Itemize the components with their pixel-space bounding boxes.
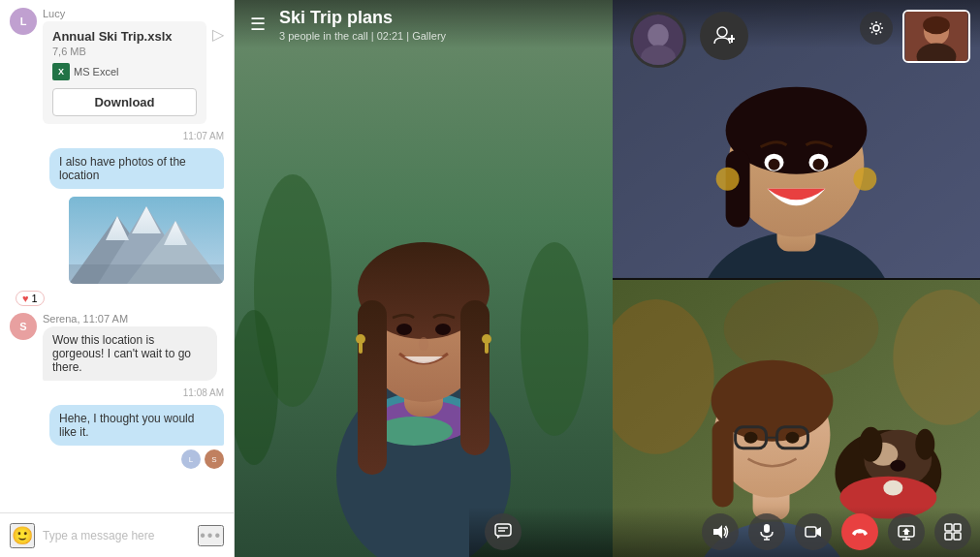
forward-icon[interactable]: ▷ — [212, 25, 224, 44]
svg-point-21 — [396, 324, 412, 335]
message-input-placeholder[interactable]: Type a message here — [43, 529, 190, 542]
svg-rect-49 — [712, 419, 734, 507]
heart-icon: ♥ — [22, 293, 29, 304]
svg-point-53 — [744, 431, 758, 443]
add-person-button[interactable] — [700, 12, 748, 60]
read-avatar-2: S — [205, 449, 224, 469]
mountain-image — [69, 197, 224, 284]
photos-bubble-row: I also have photos of the location — [10, 148, 224, 189]
svg-point-73 — [873, 25, 879, 31]
svg-point-37 — [769, 159, 780, 170]
mountain-svg — [69, 197, 224, 284]
svg-rect-91 — [954, 533, 961, 540]
layout-button[interactable] — [934, 513, 971, 550]
svg-marker-83 — [816, 527, 821, 537]
layout-icon — [944, 523, 962, 541]
hehe-row: Hehe, I thought you would like it. L S — [10, 405, 224, 469]
photos-bubble: I also have photos of the location — [49, 148, 224, 189]
svg-point-60 — [890, 459, 905, 471]
svg-point-44 — [724, 280, 879, 377]
hehe-bubble: Hehe, I thought you would like it. — [49, 405, 224, 446]
pip-svg — [904, 12, 968, 61]
control-left — [485, 513, 522, 550]
timestamp-1107: 11:07 AM — [10, 131, 224, 141]
file-type-label: MS Excel — [74, 66, 118, 77]
svg-rect-20 — [460, 300, 490, 455]
volume-icon — [711, 523, 729, 541]
svg-point-40 — [853, 168, 876, 191]
svg-rect-7 — [69, 264, 224, 284]
svg-point-58 — [859, 426, 882, 461]
svg-point-38 — [812, 159, 824, 170]
file-title: Annual Ski Trip.xslx — [52, 29, 197, 44]
file-type-row: X MS Excel — [52, 63, 197, 80]
serena-message-content: Serena, 11:07 AM Wow this location is go… — [43, 313, 217, 381]
svg-point-66 — [717, 27, 727, 37]
user-pip-svg — [633, 15, 683, 65]
read-avatar-1: L — [181, 449, 201, 469]
serena-message-row: S Serena, 11:07 AM Wow this location is … — [10, 313, 224, 381]
serena-sender-name: Serena, 11:07 AM — [43, 313, 217, 325]
serena-bubble: Wow this location is gorgeous! I can't w… — [43, 326, 217, 381]
svg-point-54 — [786, 431, 800, 443]
svg-rect-88 — [945, 524, 952, 531]
excel-icon: X — [52, 63, 70, 80]
svg-rect-82 — [806, 527, 816, 537]
svg-rect-79 — [764, 524, 770, 533]
svg-rect-27 — [485, 342, 489, 354]
main-person-svg — [235, 0, 613, 557]
read-avatars: L S — [181, 449, 224, 469]
svg-rect-90 — [945, 533, 952, 540]
svg-point-71 — [923, 16, 950, 35]
settings-button[interactable] — [860, 12, 893, 45]
svg-point-23 — [419, 337, 428, 351]
lucy-sender-name: Lucy — [43, 8, 224, 19]
svg-rect-19 — [358, 300, 387, 475]
file-size: 7,6 MB — [52, 46, 197, 57]
svg-rect-89 — [954, 524, 961, 531]
serena-avatar: S — [10, 313, 37, 340]
lucy-message-row: L Lucy Annual Ski Trip.xslx 7,6 MB X MS … — [10, 8, 224, 124]
chat-button[interactable] — [485, 513, 522, 550]
mic-button[interactable] — [748, 513, 785, 550]
screen-share-button[interactable] — [888, 513, 925, 550]
download-button[interactable]: Download — [52, 88, 197, 116]
screen-share-icon — [898, 523, 915, 541]
chat-input-bar: 🙂 Type a message here ••• — [0, 512, 234, 557]
user-pip-video[interactable] — [630, 12, 686, 68]
reaction-count: 1 — [32, 293, 38, 304]
camera-button[interactable] — [795, 513, 832, 550]
heart-reaction[interactable]: ♥ 1 — [16, 291, 45, 306]
call-title: Ski Trip plans — [279, 8, 446, 28]
svg-point-22 — [435, 324, 451, 335]
svg-rect-74 — [495, 524, 511, 536]
file-attachment-card: Annual Ski Trip.xslx 7,6 MB X MS Excel D… — [43, 21, 206, 124]
end-call-icon — [850, 522, 869, 542]
timestamp-1108: 11:08 AM — [10, 387, 224, 398]
video-panel: ☰ Ski Trip plans 3 people in the call | … — [235, 0, 980, 557]
svg-point-39 — [716, 168, 740, 191]
mic-icon — [758, 523, 775, 541]
chat-messages: L Lucy Annual Ski Trip.xslx 7,6 MB X MS … — [0, 0, 234, 512]
svg-point-64 — [648, 24, 669, 46]
svg-marker-87 — [902, 528, 910, 535]
add-person-icon — [713, 25, 735, 46]
hamburger-icon[interactable]: ☰ — [250, 14, 266, 35]
more-options-button[interactable]: ••• — [198, 525, 224, 546]
emoji-button[interactable]: 🙂 — [10, 523, 35, 548]
lucy-message-content: Lucy Annual Ski Trip.xslx 7,6 MB X MS Ex… — [43, 8, 224, 124]
control-center — [702, 513, 971, 550]
main-video-bg — [235, 0, 613, 557]
svg-point-59 — [915, 428, 934, 459]
reaction-row: ♥ 1 — [16, 291, 224, 306]
camera-icon — [805, 523, 822, 541]
end-call-button[interactable] — [841, 513, 878, 550]
lucy-avatar: L — [10, 8, 37, 35]
svg-marker-78 — [713, 525, 722, 539]
call-meta: 3 people in the call | 02:21 | Gallery — [279, 30, 446, 42]
pip-preview[interactable] — [902, 10, 970, 63]
call-info: Ski Trip plans 3 people in the call | 02… — [279, 8, 446, 42]
chat-icon — [494, 523, 512, 541]
volume-button[interactable] — [702, 513, 739, 550]
control-bar: ♥ + — [469, 507, 980, 557]
